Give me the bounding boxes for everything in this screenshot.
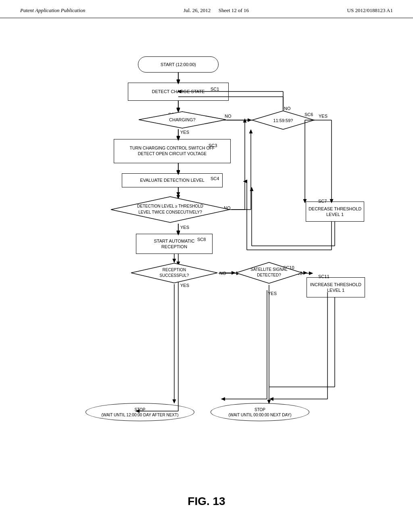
flowchart: START (12:00:00) SC1 DETECT CHARGE STATE… — [65, 48, 348, 472]
sc6-yes-label: YES — [319, 114, 327, 118]
svg-marker-28 — [111, 197, 229, 222]
sc1-node: DETECT CHARGE STATE — [128, 83, 229, 101]
figure-caption: FIG. 13 — [0, 495, 413, 508]
stop2-node: STOP (WAIT UNTIL 00:00:00 NEXT DAY) — [211, 403, 309, 421]
sc10-node: SATELLITE SIGNAL DETECTED? — [235, 261, 303, 285]
sc3-node: TURN CHARGING CONTROL SWITCH OFF DETECT … — [114, 139, 231, 163]
svg-text:DETECTION LEVEL ≥ THRESHOLD: DETECTION LEVEL ≥ THRESHOLD — [137, 204, 203, 208]
svg-text:RECEPTION: RECEPTION — [163, 268, 186, 272]
sc4-node: EVALUATE DETECTION LEVEL — [122, 173, 223, 187]
svg-text:LEVEL TWICE CONSECUTIVELY?: LEVEL TWICE CONSECUTIVELY? — [138, 210, 202, 214]
sc5-yes-label: YES — [180, 225, 189, 230]
sc8-node: START AUTOMATIC RECEPTION — [136, 234, 213, 254]
sc9-node: RECEPTION SUCCESSFUL? — [130, 262, 219, 284]
svg-text:SUCCESSFUL?: SUCCESSFUL? — [160, 273, 189, 278]
sc6-node: 11:59:59? — [251, 110, 315, 131]
svg-text:DETECTED?: DETECTED? — [257, 273, 281, 277]
stop1-node: STOP (WAIT UNTIL 12:00:00 DAY AFTER NEXT… — [86, 403, 194, 421]
svg-text:11:59:59?: 11:59:59? — [273, 118, 293, 123]
sc10-yes-label: YES — [268, 291, 277, 296]
publication-label: Patent Application Publication — [20, 7, 86, 14]
svg-text:SATELLITE SIGNAL: SATELLITE SIGNAL — [250, 267, 288, 272]
sc9-no-label: NO — [219, 271, 226, 276]
patent-number: US 2012/0188123 A1 — [347, 7, 393, 14]
start-node: START (12:00:00) — [138, 56, 219, 73]
date-sheet: Jul. 26, 2012 Sheet 12 of 16 — [184, 7, 249, 14]
sc11-node: INCREASE THRESHOLD LEVEL 1 — [307, 277, 365, 297]
sc7-node: DECREASE THRESHOLD LEVEL 1 — [306, 202, 364, 222]
page-header: Patent Application Publication Jul. 26, … — [0, 0, 413, 18]
sc5-node: DETECTION LEVEL ≥ THRESHOLD LEVEL TWICE … — [110, 195, 231, 224]
sc2-node: CHARGING? — [138, 111, 227, 129]
svg-text:CHARGING?: CHARGING? — [169, 117, 195, 122]
sc2-yes-label: YES — [180, 130, 189, 135]
